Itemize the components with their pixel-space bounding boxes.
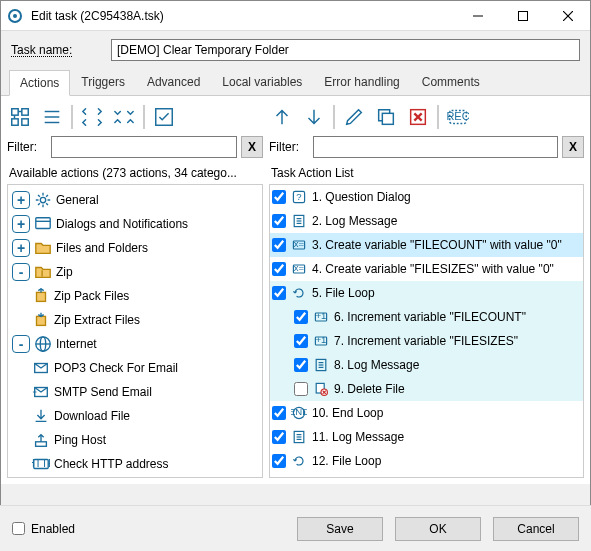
action-checkbox[interactable] xyxy=(272,262,286,276)
right-filter-clear-button[interactable]: X xyxy=(562,136,584,158)
svg-text:x=: x= xyxy=(294,262,305,273)
close-button[interactable] xyxy=(545,1,590,31)
tree-item[interactable]: +General xyxy=(10,188,260,212)
action-checkbox[interactable] xyxy=(294,382,308,396)
action-checkbox[interactable] xyxy=(272,454,286,468)
edit-icon[interactable] xyxy=(341,104,367,130)
action-label: 12. File Loop xyxy=(312,454,381,468)
action-row[interactable]: x=3. Create variable "FILECOUNT" with va… xyxy=(270,233,583,257)
tree-item[interactable]: +Dialogs and Notifications xyxy=(10,212,260,236)
tab-error-handling[interactable]: Error handling xyxy=(313,69,410,95)
loop-icon xyxy=(290,284,308,302)
tree-expand-icon[interactable] xyxy=(7,104,33,130)
action-checkbox[interactable] xyxy=(272,190,286,204)
action-row[interactable]: 11. Log Message xyxy=(270,425,583,449)
collapse-all-icon[interactable] xyxy=(111,104,137,130)
tree-item[interactable]: +Files and Folders xyxy=(10,236,260,260)
left-filter-input[interactable] xyxy=(51,136,237,158)
tab-triggers[interactable]: Triggers xyxy=(70,69,136,95)
check-icon[interactable] xyxy=(151,104,177,130)
svg-rect-20 xyxy=(37,292,46,301)
action-checkbox[interactable] xyxy=(272,430,286,444)
available-actions-header: Available actions (273 actions, 34 categ… xyxy=(7,162,263,184)
action-checkbox[interactable] xyxy=(272,238,286,252)
action-row[interactable]: +17. Increment variable "FILESIZES" xyxy=(270,329,583,353)
action-row[interactable]: 8. Log Message xyxy=(270,353,583,377)
right-filter-input[interactable] xyxy=(313,136,558,158)
expand-all-icon[interactable] xyxy=(79,104,105,130)
dialog-icon xyxy=(34,215,52,233)
action-row[interactable]: 2. Log Message xyxy=(270,209,583,233)
log-icon xyxy=(312,356,330,374)
tree-item[interactable]: -Zip xyxy=(10,260,260,284)
separator xyxy=(333,105,335,129)
ok-button[interactable]: OK xyxy=(395,517,481,541)
action-checkbox[interactable] xyxy=(294,310,308,324)
ping-icon xyxy=(32,431,50,449)
available-actions-tree[interactable]: +General+Dialogs and Notifications+Files… xyxy=(7,184,263,478)
expand-icon[interactable]: + xyxy=(12,215,30,233)
tree-item[interactable]: Zip Extract Files xyxy=(10,308,260,332)
tree-item[interactable]: SMTP Send Email xyxy=(10,380,260,404)
tree-item[interactable]: -Internet xyxy=(10,332,260,356)
action-label: 5. File Loop xyxy=(312,286,375,300)
enabled-checkbox[interactable] xyxy=(12,522,25,535)
action-row[interactable]: 5. File Loop xyxy=(270,281,583,305)
right-filter-row: Filter: X xyxy=(269,136,584,158)
gear-icon xyxy=(34,191,52,209)
collapse-icon[interactable]: - xyxy=(12,335,30,353)
action-checkbox[interactable] xyxy=(272,406,286,420)
expand-icon[interactable]: + xyxy=(12,191,30,209)
task-name-label: Task name: xyxy=(11,43,111,57)
copy-icon[interactable] xyxy=(373,104,399,130)
svg-rect-30 xyxy=(382,113,393,124)
tree-item[interactable]: HTTPCheck HTTP address xyxy=(10,452,260,476)
window-title: Edit task (2C95438A.tsk) xyxy=(29,9,455,23)
tree-item[interactable]: POP3 Check For Email xyxy=(10,356,260,380)
folder-icon xyxy=(34,239,52,257)
enabled-checkbox-label[interactable]: Enabled xyxy=(12,522,75,536)
tab-strip: ActionsTriggersAdvancedLocal variablesEr… xyxy=(1,69,590,96)
expand-icon[interactable]: + xyxy=(12,239,30,257)
collapse-icon[interactable]: - xyxy=(12,263,30,281)
tree-item[interactable]: Ping Host xyxy=(10,428,260,452)
cancel-button[interactable]: Cancel xyxy=(493,517,579,541)
task-name-input[interactable] xyxy=(111,39,580,61)
svg-rect-9 xyxy=(22,119,28,125)
action-checkbox[interactable] xyxy=(294,334,308,348)
action-checkbox[interactable] xyxy=(272,286,286,300)
record-icon[interactable]: REC xyxy=(445,104,471,130)
action-row[interactable]: ?1. Question Dialog xyxy=(270,185,583,209)
move-up-icon[interactable] xyxy=(269,104,295,130)
task-action-list[interactable]: ?1. Question Dialog2. Log Messagex=3. Cr… xyxy=(269,184,584,478)
tree-item[interactable]: Download File xyxy=(10,404,260,428)
action-row[interactable]: 9. Delete File xyxy=(270,377,583,401)
tree-list-icon[interactable] xyxy=(39,104,65,130)
svg-rect-27 xyxy=(36,442,47,447)
action-checkbox[interactable] xyxy=(294,358,308,372)
action-row[interactable]: 12. File Loop xyxy=(270,449,583,473)
action-row[interactable]: +16. Increment variable "FILECOUNT" xyxy=(270,305,583,329)
maximize-button[interactable] xyxy=(500,1,545,31)
log-icon xyxy=(290,428,308,446)
tree-item[interactable]: Zip Pack Files xyxy=(10,284,260,308)
save-button[interactable]: Save xyxy=(297,517,383,541)
tab-comments[interactable]: Comments xyxy=(411,69,491,95)
log-icon xyxy=(290,212,308,230)
tab-local-variables[interactable]: Local variables xyxy=(211,69,313,95)
tab-advanced[interactable]: Advanced xyxy=(136,69,211,95)
left-filter-clear-button[interactable]: X xyxy=(241,136,263,158)
delete-icon[interactable] xyxy=(405,104,431,130)
tree-item-label: Check HTTP address xyxy=(54,457,169,471)
action-checkbox[interactable] xyxy=(272,214,286,228)
task-name-row: Task name: xyxy=(1,31,590,69)
zip-icon xyxy=(34,263,52,281)
svg-text:+1: +1 xyxy=(316,334,327,345)
tab-actions[interactable]: Actions xyxy=(9,70,70,96)
tree-item-label: Ping Host xyxy=(54,433,106,447)
move-down-icon[interactable] xyxy=(301,104,327,130)
svg-text:x=: x= xyxy=(294,238,305,249)
action-row[interactable]: END10. End Loop xyxy=(270,401,583,425)
minimize-button[interactable] xyxy=(455,1,500,31)
action-row[interactable]: x=4. Create variable "FILESIZES" with va… xyxy=(270,257,583,281)
